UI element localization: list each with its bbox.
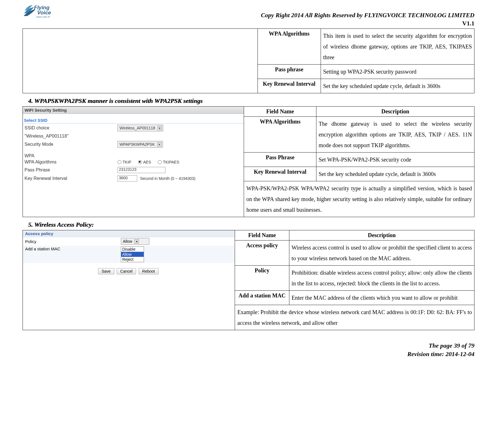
field-desc-cell: Setting up WPA2-PSK security password xyxy=(321,65,474,79)
field-name-cell: Pass phrase xyxy=(258,65,321,79)
wpa-section-row: WPA xyxy=(23,152,244,158)
field-name-cell: WPA Algorithms xyxy=(244,117,316,153)
section4-table: WIFI Security Setting Select SSID SSID c… xyxy=(23,106,474,217)
policy-option-reject[interactable]: Reject xyxy=(121,257,144,262)
key-renewal-input[interactable]: 3600 xyxy=(117,175,137,182)
wifi-security-title: WIFI Security Setting xyxy=(23,107,244,114)
ssid-choice-label: SSID choice xyxy=(25,125,117,131)
svg-text:Voice: Voice xyxy=(37,10,51,16)
policy-label: Policy xyxy=(25,239,121,244)
policy-dropdown-list: Disable Allow Reject xyxy=(121,246,144,262)
field-desc-cell: Wireless access control is used to allow… xyxy=(289,240,474,266)
table-row: WIFI Security Setting Select SSID SSID c… xyxy=(23,107,474,117)
save-button[interactable]: Save xyxy=(98,268,114,274)
ssid-quoted-row: "Wireless_AP001118" xyxy=(23,133,244,140)
revision-time: Revision time: 2014-12-04 xyxy=(23,350,474,358)
tkip-radio-label: TKIP xyxy=(123,160,131,164)
field-name-cell: Access policy xyxy=(235,240,289,266)
key-renewal-label: Key Renewal Interval xyxy=(25,176,117,181)
field-name-cell: Pass Phrase xyxy=(244,153,316,167)
ssid-choice-row: SSID choice Wireless_AP001118 ▾ xyxy=(23,123,244,133)
access-policy-screenshot: Access policy Policy Allow ▾ Add a stati… xyxy=(23,230,235,277)
add-mac-row: Add a station MAC Disable Allow Reject xyxy=(23,246,235,263)
wifi-security-screenshot: WIFI Security Setting Select SSID SSID c… xyxy=(23,107,244,183)
field-name-cell: Key Renewal Interval xyxy=(244,167,316,181)
policy-select-value: Allow xyxy=(123,239,132,244)
field-desc-cell: Set the key scheduled update cycle, defa… xyxy=(316,167,474,181)
ssid-choice-select[interactable]: Wireless_AP001118 ▾ xyxy=(117,125,163,131)
header-right: Copy Right 2014 All Rights Reserved by F… xyxy=(261,11,474,27)
copyright-line: Copy Right 2014 All Rights Reserved by F… xyxy=(261,11,474,19)
wpa-section-label: WPA xyxy=(25,153,117,158)
field-desc-cell: Set WPA-PSK/WPA2-PSK security code xyxy=(316,153,474,167)
tkipaes-radio[interactable]: TKIPAES xyxy=(158,160,179,164)
field-name-cell: WPA Algorithms xyxy=(258,29,321,65)
wpa-algorithms-row: WPA Algorithms TKIP AES TKIPAES xyxy=(23,158,244,166)
wpa-algorithms-label: WPA Algorithms xyxy=(25,160,117,165)
page-footer: The page 39 of 79 Revision time: 2014-12… xyxy=(23,341,474,358)
add-mac-label: Add a station MAC xyxy=(25,246,121,251)
flyingvoice-logo-icon: Flying Voice Voice over IP xyxy=(23,3,59,20)
pass-phrase-row: Pass Phrase 23123123 xyxy=(23,166,244,174)
version-label: V1.1 xyxy=(261,19,474,28)
policy-option-allow[interactable]: Allow xyxy=(121,252,144,257)
aes-radio-label: AES xyxy=(143,160,151,164)
table-row: WPA Algorithms This item is used to sele… xyxy=(23,29,474,65)
section5-table: Access policy Policy Allow ▾ Add a stati… xyxy=(23,230,474,330)
chevron-down-icon: ▾ xyxy=(157,126,162,130)
document-page: Flying Voice Voice over IP Copy Right 20… xyxy=(0,0,497,367)
security-mode-value: WPAPSKWPA2PSK xyxy=(119,142,155,147)
page-number: The page 39 of 79 xyxy=(23,341,474,350)
field-name-cell: Key Renewal Interval xyxy=(258,79,321,93)
field-desc-cell: Prohibition: disable wireless access con… xyxy=(289,266,474,291)
column-header-desc: Description xyxy=(316,107,474,117)
tkipaes-radio-label: TKIPAES xyxy=(163,160,179,164)
column-header-field: Field Name xyxy=(244,107,316,117)
field-desc-cell: The dhome gateway is used to select the … xyxy=(316,117,474,153)
svg-text:Voice over IP: Voice over IP xyxy=(36,16,50,18)
aes-radio[interactable]: AES xyxy=(138,160,151,164)
table-row: Access policy Policy Allow ▾ Add a stati… xyxy=(23,230,474,240)
policy-select[interactable]: Allow ▾ xyxy=(121,238,149,245)
key-renewal-row: Key Renewal Interval 3600 Second in Mont… xyxy=(23,174,244,183)
reboot-button[interactable]: Reboot xyxy=(139,268,159,274)
policy-dropdown-open[interactable]: Disable Allow Reject xyxy=(121,246,144,262)
policy-row: Policy Allow ▾ xyxy=(23,237,235,246)
section5-example: Example: Prohibit the device whose wirel… xyxy=(235,305,474,330)
chevron-down-icon: ▾ xyxy=(157,142,162,147)
field-desc-cell: Set the key scheduled update cycle, defa… xyxy=(321,79,474,93)
ssid-choice-value: Wireless_AP001118 xyxy=(119,126,155,130)
access-policy-header: Access policy xyxy=(23,230,235,237)
field-name-cell: Policy xyxy=(235,266,289,291)
security-mode-row: Security Mode WPAPSKWPA2PSK ▾ xyxy=(23,140,244,149)
wpa2psk-table-continuation: WPA Algorithms This item is used to sele… xyxy=(23,28,474,93)
column-header-field: Field Name xyxy=(235,230,289,240)
field-name-cell: Add a station MAC xyxy=(235,291,289,305)
pass-phrase-label: Pass Phrase xyxy=(25,167,117,173)
policy-option-disable[interactable]: Disable xyxy=(121,247,144,252)
section4-title: 4. WPAPSKWPA2PSK manner is consistent wi… xyxy=(28,97,474,105)
field-desc-cell: Enter the MAC address of the clients whi… xyxy=(289,291,474,305)
pass-phrase-input[interactable]: 23123123 xyxy=(117,167,165,173)
cancel-button[interactable]: Cancel xyxy=(117,268,136,274)
ssid-quoted-label: "Wireless_AP001118" xyxy=(25,134,117,139)
field-desc-cell: This item is used to select the security… xyxy=(321,29,474,65)
chevron-down-icon: ▾ xyxy=(134,239,139,244)
section4-note: WPA-PSK/WPA2-PSK WPA/WPA2 security type … xyxy=(244,181,474,217)
column-header-desc: Description xyxy=(289,230,474,240)
page-header: Flying Voice Voice over IP Copy Right 20… xyxy=(23,3,474,27)
brand-logo: Flying Voice Voice over IP xyxy=(23,3,59,20)
security-mode-label: Security Mode xyxy=(25,142,117,147)
section5-title: 5. Wireless Access Policy: xyxy=(28,221,474,228)
select-ssid-legend: Select SSID xyxy=(23,116,244,123)
security-mode-select[interactable]: WPAPSKWPA2PSK ▾ xyxy=(117,141,163,148)
policy-button-row: Save Cancel Reboot xyxy=(23,268,235,277)
key-renewal-suffix: Second in Month (0 ~ 4194303) xyxy=(140,176,196,181)
tkip-radio[interactable]: TKIP xyxy=(117,160,131,164)
